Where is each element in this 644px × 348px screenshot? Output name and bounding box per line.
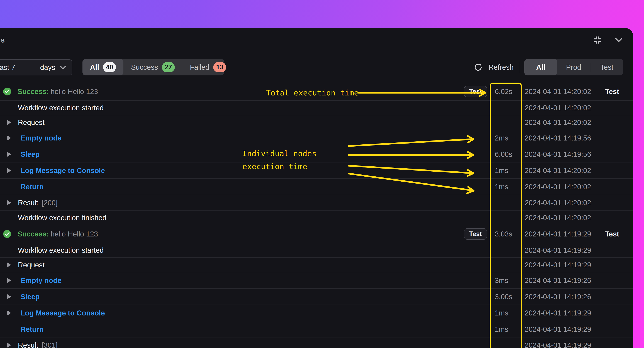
caret-right-icon[interactable] bbox=[7, 200, 11, 205]
log-row-empty-node[interactable]: Empty node3ms2024-04-01 14:19:26 bbox=[0, 272, 633, 289]
timestamp-value: 2024-04-01 14:19:29 bbox=[525, 309, 591, 317]
log-event-text: Request bbox=[18, 118, 44, 127]
log-row-workflow-execution-started[interactable]: Workflow execution started2024-04-01 14:… bbox=[0, 243, 633, 258]
success-status-label: Success: bbox=[18, 230, 49, 238]
log-row-empty-node[interactable]: Empty node2ms2024-04-01 14:19:56 bbox=[0, 130, 633, 146]
execution-name: hello Hello 123 bbox=[51, 88, 98, 96]
environment-label: Test bbox=[605, 230, 619, 238]
log-row-return[interactable]: Return1ms2024-04-01 14:19:29 bbox=[0, 321, 633, 338]
timestamp-value: 2024-04-01 14:20:02 bbox=[525, 199, 591, 207]
compress-icon[interactable] bbox=[593, 36, 602, 44]
status-tab-success[interactable]: Success27 bbox=[124, 59, 182, 75]
timestamp-value: 2024-04-01 14:20:02 bbox=[525, 118, 591, 127]
app-background: s ast 7 days bbox=[0, 0, 644, 348]
refresh-button[interactable]: Refresh bbox=[474, 63, 514, 71]
timestamp-value: 2024-04-01 14:20:02 bbox=[525, 183, 591, 191]
node-name[interactable]: Sleep bbox=[20, 293, 40, 301]
panel-header: s bbox=[0, 28, 633, 52]
duration-value: 1ms bbox=[495, 166, 508, 174]
log-row-workflow-execution-started[interactable]: Workflow execution started2024-04-01 14:… bbox=[0, 101, 633, 115]
timestamp-value: 2024-04-01 14:19:29 bbox=[525, 246, 591, 254]
timestamp-value: 2024-04-01 14:20:02 bbox=[525, 214, 591, 222]
node-name[interactable]: Sleep bbox=[20, 150, 40, 158]
timestamp-value: 2024-04-01 14:19:29 bbox=[525, 341, 591, 348]
log-event-text: Result bbox=[18, 199, 38, 207]
log-row-result[interactable]: Result[301]2024-04-01 14:19:29 bbox=[0, 338, 633, 348]
filter-bar: ast 7 days All40Success27Failed13 Refres… bbox=[0, 52, 633, 83]
env-tab-all[interactable]: All bbox=[524, 59, 557, 75]
status-tab-count-badge: 13 bbox=[213, 62, 226, 72]
logs-panel: s ast 7 days bbox=[0, 28, 633, 348]
timestamp-value: 2024-04-01 14:19:29 bbox=[525, 230, 591, 238]
date-range-input[interactable]: ast 7 days bbox=[0, 59, 72, 75]
caret-right-icon[interactable] bbox=[7, 278, 11, 283]
caret-right-icon[interactable] bbox=[7, 135, 11, 140]
log-row-return[interactable]: Return1ms2024-04-01 14:20:02 bbox=[0, 179, 633, 195]
log-row-sleep[interactable]: Sleep6.00s2024-04-01 14:19:56 bbox=[0, 146, 633, 162]
status-tab-all[interactable]: All40 bbox=[82, 59, 124, 75]
log-row-result[interactable]: Result[200]2024-04-01 14:20:02 bbox=[0, 195, 633, 211]
timestamp-value: 2024-04-01 14:19:29 bbox=[525, 261, 591, 269]
execution-name: hello Hello 123 bbox=[51, 230, 98, 238]
duration-value: 6.00s bbox=[495, 150, 512, 158]
timestamp-value: 2024-04-01 14:19:56 bbox=[525, 134, 591, 142]
node-name[interactable]: Empty node bbox=[20, 276, 62, 284]
log-row-success[interactable]: Success:hello Hello 123TestTest6.02s2024… bbox=[0, 83, 633, 101]
status-tab-count-badge: 27 bbox=[162, 62, 175, 72]
timestamp-value: 2024-04-01 14:20:02 bbox=[525, 104, 591, 112]
result-status-code: [301] bbox=[42, 341, 58, 348]
log-row-success[interactable]: Success:hello Hello 123TestTest3.03s2024… bbox=[0, 225, 633, 243]
refresh-icon bbox=[474, 63, 482, 71]
test-badge[interactable]: Test bbox=[464, 86, 487, 97]
status-tab-failed[interactable]: Failed13 bbox=[182, 59, 234, 75]
log-event-text: Workflow execution started bbox=[18, 246, 104, 254]
caret-right-icon[interactable] bbox=[7, 311, 11, 316]
log-row-sleep[interactable]: Sleep3.00s2024-04-01 14:19:26 bbox=[0, 289, 633, 305]
log-row-request[interactable]: Request2024-04-01 14:19:29 bbox=[0, 258, 633, 272]
duration-value: 1ms bbox=[495, 325, 508, 333]
log-event-text: Workflow execution finished bbox=[18, 214, 106, 222]
chevron-down-icon[interactable] bbox=[615, 37, 622, 42]
node-name[interactable]: Return bbox=[20, 183, 44, 191]
result-status-code: [200] bbox=[42, 199, 58, 207]
timestamp-value: 2024-04-01 14:19:26 bbox=[525, 276, 591, 284]
check-circle-icon bbox=[3, 88, 11, 95]
success-status-label: Success: bbox=[18, 88, 49, 96]
check-circle-icon bbox=[3, 230, 11, 238]
caret-right-icon[interactable] bbox=[7, 343, 11, 348]
test-badge[interactable]: Test bbox=[464, 228, 487, 240]
caret-right-icon[interactable] bbox=[7, 168, 11, 173]
log-row-log-message-to-console[interactable]: Log Message to Console1ms2024-04-01 14:2… bbox=[0, 162, 633, 179]
date-range-value[interactable]: ast 7 bbox=[0, 63, 34, 71]
node-name[interactable]: Log Message to Console bbox=[20, 309, 105, 317]
node-name[interactable]: Log Message to Console bbox=[20, 166, 105, 174]
duration-value: 6.02s bbox=[495, 88, 512, 96]
log-event-text: Result bbox=[18, 341, 38, 348]
log-row-workflow-execution-finished[interactable]: Workflow execution finished2024-04-01 14… bbox=[0, 211, 633, 225]
timestamp-value: 2024-04-01 14:19:56 bbox=[525, 150, 591, 158]
env-tab-test[interactable]: Test bbox=[590, 59, 623, 75]
node-name[interactable]: Empty node bbox=[20, 134, 62, 142]
status-tab-count-badge: 40 bbox=[103, 62, 116, 72]
status-tab-label: All bbox=[90, 63, 99, 71]
log-row-request[interactable]: Request2024-04-01 14:20:02 bbox=[0, 115, 633, 130]
status-tab-label: Failed bbox=[190, 63, 209, 71]
panel-title-fragment: s bbox=[1, 36, 5, 44]
status-tab-label: Success bbox=[131, 63, 158, 71]
node-name[interactable]: Return bbox=[20, 325, 44, 333]
date-range-unit-select[interactable]: days bbox=[34, 63, 72, 71]
log-row-log-message-to-console[interactable]: Log Message to Console1ms2024-04-01 14:1… bbox=[0, 305, 633, 321]
chevron-down-icon bbox=[60, 65, 66, 69]
caret-right-icon[interactable] bbox=[7, 294, 11, 299]
timestamp-value: 2024-04-01 14:19:29 bbox=[525, 325, 591, 333]
refresh-label: Refresh bbox=[488, 63, 514, 71]
caret-right-icon[interactable] bbox=[7, 262, 11, 267]
controls-divider bbox=[519, 62, 519, 73]
date-range-unit-label: days bbox=[40, 63, 55, 71]
caret-right-icon[interactable] bbox=[7, 152, 11, 157]
duration-value: 3ms bbox=[495, 276, 508, 284]
duration-value: 3.00s bbox=[495, 293, 512, 301]
log-event-text: Workflow execution started bbox=[18, 104, 104, 112]
env-tab-prod[interactable]: Prod bbox=[557, 59, 590, 75]
caret-right-icon[interactable] bbox=[7, 120, 11, 125]
